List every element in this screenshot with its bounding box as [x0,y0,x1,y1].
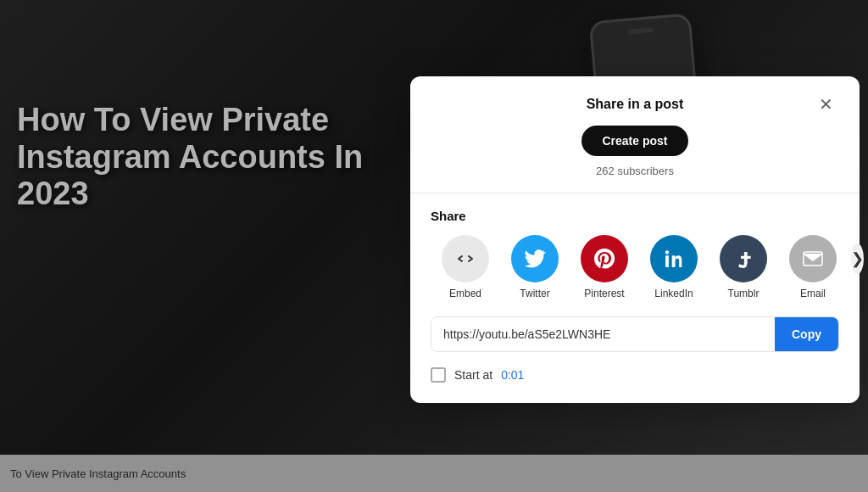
modal-overlay: Share in a post ✕ Create post 262 subscr… [0,0,868,492]
chevron-right-icon: ❯ [851,249,864,268]
pinterest-icon [581,235,628,282]
modal-header: Share in a post ✕ [431,97,839,112]
start-at-time[interactable]: 0:01 [501,368,524,382]
start-at-checkbox[interactable] [431,367,446,383]
create-post-button[interactable]: Create post [581,126,687,156]
start-at-label: Start at [454,368,492,382]
tumblr-icon [720,235,767,282]
modal-title: Share in a post [587,97,684,112]
share-embed[interactable]: Embed [431,235,500,299]
embed-label: Embed [449,288,481,299]
divider [410,193,860,193]
share-section-label: Share [431,209,839,223]
start-at-row: Start at 0:01 [431,367,839,383]
linkedin-icon [650,235,698,282]
email-icon [789,235,837,282]
share-linkedin[interactable]: LinkedIn [639,235,709,299]
close-button[interactable]: ✕ [812,91,839,118]
share-pinterest[interactable]: Pinterest [570,235,639,299]
share-tumblr[interactable]: Tumblr [709,235,778,299]
linkedin-label: LinkedIn [654,288,693,299]
email-label: Email [800,288,826,299]
twitter-icon [511,235,559,282]
url-input[interactable] [431,317,775,351]
share-modal: Share in a post ✕ Create post 262 subscr… [410,76,860,403]
share-icons-row: Embed Twitter Pinterest [431,235,839,299]
pinterest-label: Pinterest [584,288,624,299]
embed-icon [442,235,489,282]
share-twitter[interactable]: Twitter [500,235,570,299]
subscribers-count: 262 subscribers [431,165,839,177]
share-email[interactable]: Email [778,235,848,299]
twitter-label: Twitter [520,288,549,299]
share-more-button[interactable]: ❯ [851,243,864,274]
url-row: Copy [431,316,839,352]
tumblr-label: Tumblr [728,288,760,299]
copy-button[interactable]: Copy [775,317,838,351]
